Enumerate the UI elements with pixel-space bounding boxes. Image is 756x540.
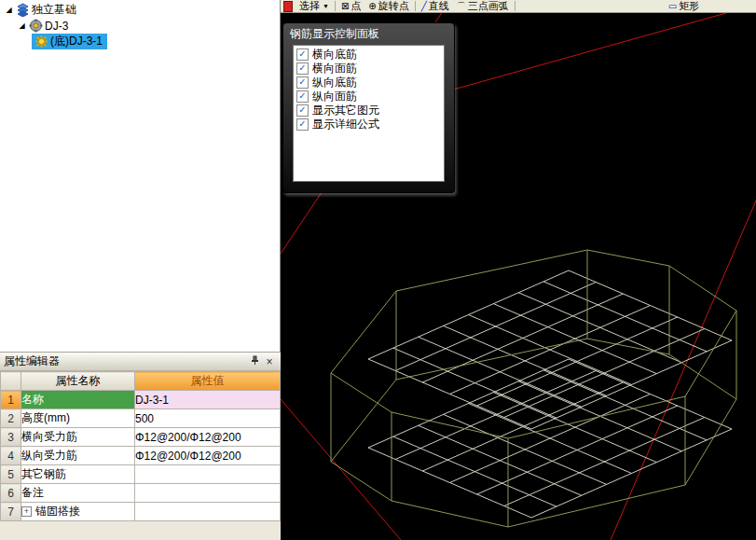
property-value-field[interactable]: DJ-3-1 [135,391,281,409]
property-row-longitudinal-rebar: 4 纵向受力筋 Φ12@200/Φ12@200 [1,447,281,465]
property-row-anchorage: 7 +锚固搭接 [1,503,281,521]
point-tool-button[interactable]: ⊠ 点 [337,0,364,13]
tree-item-label: 独立基础 [32,2,76,18]
three-point-arc-tool-label: 三点画弧 [468,0,509,13]
row-index: 4 [1,447,21,465]
property-header-row: 属性名称 属性值 [1,372,281,391]
element-tree: ◢ 独立基础 ◢ [0,0,280,353]
rebar-display-control-panel: 钢筋显示控制面板 ✓ 横向底筋 ✓ 横向面筋 ✓ 纵向底筋 ✓ 纵向面筋 [282,22,455,193]
property-editor-titlebar[interactable]: 属性编辑器 × [0,353,281,371]
toolbar-separator [335,1,336,11]
property-editor: 属性编辑器 × 属性名称 属性值 1 名称 [0,352,281,540]
property-row-other-rebar: 5 其它钢筋 [1,465,281,484]
element-icon [34,35,48,48]
header-value: 属性值 [135,372,281,391]
checkbox-checked-icon[interactable]: ✓ [296,48,309,61]
header-name: 属性名称 [21,372,135,391]
checkbox-show-detailed-formula[interactable]: ✓ 显示详细公式 [296,118,444,132]
row-index: 1 [1,391,21,409]
checkbox-checked-icon[interactable]: ✓ [296,90,309,103]
line-tool-label: 直线 [429,0,449,13]
property-name: 备注 [21,484,135,503]
three-point-arc-tool-button[interactable]: ⌒ 三点画弧 [453,0,513,13]
header-index [1,372,21,391]
axis-grid-icon[interactable] [283,1,293,12]
pin-icon[interactable] [247,355,262,368]
tree-item-foundation-group[interactable]: ◢ 独立基础 [0,2,280,18]
foundation-group-icon [16,3,30,17]
property-name: 高度(mm) [21,409,135,428]
property-editor-title: 属性编辑器 [4,353,247,369]
foundation-type-icon [29,19,43,33]
tree-item-dj3-1-selected[interactable]: (底)DJ-3-1 [0,34,280,49]
checkbox-checked-icon[interactable]: ✓ [296,104,309,117]
rotate-point-tool-button[interactable]: ⊕ 旋转点 [364,0,412,13]
checkbox-transverse-top[interactable]: ✓ 横向面筋 [296,62,444,76]
property-row-transverse-rebar: 3 横向受力筋 Φ12@200/Φ12@200 [1,428,281,447]
select-tool-button[interactable]: 选择 ▼ [296,0,333,13]
drawing-toolbar: 选择 ▼ ⊠ 点 ⊕ 旋转点 ╱ 直线 ⌒ 三点画弧 ▭ [281,0,756,13]
row-index: 5 [1,465,21,484]
rectangle-tool-button[interactable]: ▭ 矩形 [665,0,703,13]
arc-icon: ⌒ [457,0,466,13]
tree-item-label: (底)DJ-3-1 [50,34,103,49]
property-panel-filler [0,521,281,540]
tree-item-label: DJ-3 [45,20,68,33]
close-icon[interactable]: × [262,355,277,368]
select-tool-label: 选择 [299,0,320,13]
row-index: 3 [1,428,21,447]
checkbox-longitudinal-bottom[interactable]: ✓ 纵向底筋 [296,76,444,90]
property-row-height: 2 高度(mm) 500 [1,409,281,428]
property-value-field[interactable]: Φ12@200/Φ12@200 [135,428,281,447]
left-panel: ◢ 独立基础 ◢ [0,0,281,540]
property-value-field[interactable]: Φ12@200/Φ12@200 [135,447,281,465]
property-name: 名称 [21,391,135,409]
property-table: 属性名称 属性值 1 名称 DJ-3-1 2 高度(mm) 500 3 横向受力… [0,371,281,521]
property-row-name: 1 名称 DJ-3-1 [1,391,281,409]
toolbar-separator [515,1,515,11]
rectangle-tool-label: 矩形 [679,0,699,13]
expand-icon[interactable]: + [21,506,32,517]
checkbox-show-other-elements[interactable]: ✓ 显示其它图元 [296,104,444,118]
property-name-link[interactable]: 纵向受力筋 [21,447,135,465]
property-value-field[interactable]: 500 [135,409,281,428]
line-icon: ╱ [421,1,427,11]
checkbox-checked-icon[interactable]: ✓ [296,62,309,75]
checkbox-checked-icon[interactable]: ✓ [296,118,309,131]
viewport-3d[interactable]: 选择 ▼ ⊠ 点 ⊕ 旋转点 ╱ 直线 ⌒ 三点画弧 ▭ [281,0,756,540]
point-icon: ⊠ [341,1,349,11]
property-name-link[interactable]: 横向受力筋 [21,428,135,447]
rotate-point-tool-label: 旋转点 [378,0,409,13]
row-index: 7 [1,503,21,521]
property-value-field[interactable] [135,484,281,503]
property-name-label: 锚固搭接 [35,505,80,518]
row-index: 2 [1,409,21,428]
rectangle-icon: ▭ [668,1,677,11]
rotate-point-icon: ⊕ [368,1,376,11]
property-name-link[interactable]: 其它钢筋 [21,465,135,484]
property-value-field[interactable] [135,503,281,521]
row-index: 6 [1,484,21,503]
checkbox-checked-icon[interactable]: ✓ [296,76,309,89]
chevron-down-icon: ▼ [323,3,329,9]
property-name-expandable: +锚固搭接 [21,503,135,521]
tree-item-dj3[interactable]: ◢ DJ-3 [0,18,280,34]
line-tool-button[interactable]: ╱ 直线 [418,0,453,13]
tree-selection-highlight[interactable]: (底)DJ-3-1 [32,34,107,49]
expander-icon[interactable]: ◢ [17,21,27,30]
toolbar-separator [415,1,416,11]
rebar-panel-titlebar[interactable]: 钢筋显示控制面板 [283,23,454,43]
checkbox-longitudinal-top[interactable]: ✓ 纵向面筋 [296,90,444,104]
property-value-field[interactable] [135,465,281,484]
checkbox-transverse-bottom[interactable]: ✓ 横向底筋 [296,48,444,62]
app-window: ◢ 独立基础 ◢ [0,0,756,540]
expander-icon[interactable]: ◢ [4,6,14,14]
point-tool-label: 点 [351,0,361,13]
rebar-option-list: ✓ 横向底筋 ✓ 横向面筋 ✓ 纵向底筋 ✓ 纵向面筋 ✓ 显示其它图元 [293,45,445,182]
property-row-remark: 6 备注 [1,484,281,503]
checkbox-label: 显示详细公式 [312,117,379,132]
